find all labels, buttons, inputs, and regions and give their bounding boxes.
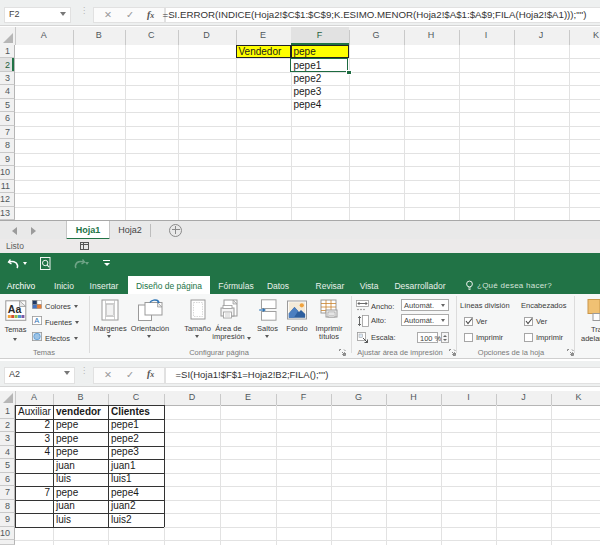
svg-text:A: A (34, 316, 39, 325)
svg-text:Aa: Aa (7, 303, 21, 315)
